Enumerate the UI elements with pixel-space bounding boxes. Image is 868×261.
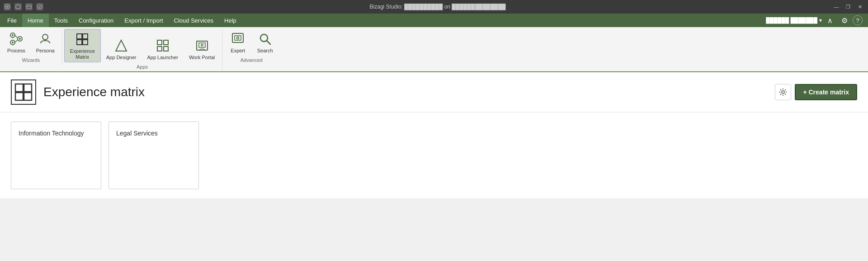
svg-rect-2 xyxy=(27,5,31,9)
svg-point-13 xyxy=(42,34,48,40)
app-designer-label: App Designer xyxy=(106,55,137,61)
page-header: Experience matrix + Create matrix xyxy=(0,72,868,112)
ribbon-btn-app-designer[interactable]: App Designer xyxy=(101,36,142,62)
ribbon: Process Persona Wizards xyxy=(0,27,868,72)
menu-home[interactable]: Home xyxy=(22,14,49,27)
svg-marker-18 xyxy=(116,40,127,51)
help-icon[interactable]: ? xyxy=(853,15,863,25)
svg-point-10 xyxy=(12,42,14,43)
work-portal-icon xyxy=(195,38,209,53)
svg-rect-16 xyxy=(77,40,82,45)
title-bar-title: Bizagi Studio: ██████████ on ███████████… xyxy=(43,4,832,10)
ribbon-group-apps: ExperienceMatrix App Designer xyxy=(62,29,222,71)
icon4 xyxy=(36,3,43,10)
ribbon-group-advanced: Expert Search Advanced xyxy=(222,29,280,65)
menu-tools[interactable]: Tools xyxy=(49,14,73,27)
svg-rect-17 xyxy=(83,40,88,45)
advanced-group-label: Advanced xyxy=(224,56,278,63)
persona-icon xyxy=(38,32,52,46)
app-designer-icon xyxy=(114,38,128,53)
work-portal-label: Work Portal xyxy=(189,55,215,61)
menu-help[interactable]: Help xyxy=(219,14,242,27)
menu-file[interactable]: File xyxy=(2,14,22,27)
ribbon-btn-process[interactable]: Process xyxy=(2,29,31,56)
icon2 xyxy=(14,3,22,10)
expert-label: Expert xyxy=(231,48,245,54)
ribbon-group-wizards-items: Process Persona xyxy=(2,29,60,56)
svg-line-30 xyxy=(267,41,270,44)
svg-point-28 xyxy=(237,37,239,39)
ribbon-btn-expert[interactable]: Expert xyxy=(224,29,251,56)
matrix-settings-button[interactable] xyxy=(775,84,791,100)
wizards-group-label: Wizards xyxy=(2,56,60,63)
settings-icon[interactable]: ⚙ xyxy=(838,14,851,27)
ribbon-btn-persona[interactable]: Persona xyxy=(31,29,60,56)
svg-rect-19 xyxy=(157,40,162,45)
ribbon-btn-work-portal[interactable]: Work Portal xyxy=(184,36,220,62)
svg-rect-22 xyxy=(164,47,168,51)
title-bar-controls[interactable]: — ❐ ✕ xyxy=(832,3,864,10)
svg-line-12 xyxy=(15,40,18,42)
svg-rect-20 xyxy=(164,40,168,45)
menu-configuration[interactable]: Configuration xyxy=(73,14,119,27)
ribbon-btn-app-launcher[interactable]: App Launcher xyxy=(142,36,184,62)
process-icon xyxy=(9,32,24,46)
ribbon-group-wizards: Process Persona Wizards xyxy=(0,29,62,65)
matrix-card-title: Information Technology xyxy=(19,129,84,138)
process-label: Process xyxy=(7,48,25,54)
search-label: Search xyxy=(257,48,273,54)
svg-rect-21 xyxy=(157,47,162,51)
svg-rect-14 xyxy=(77,34,82,39)
user-chevron-icon: ▾ xyxy=(819,17,822,23)
svg-rect-15 xyxy=(83,34,88,39)
restore-button[interactable]: ❐ xyxy=(844,3,853,10)
svg-rect-33 xyxy=(15,93,23,100)
close-button[interactable]: ✕ xyxy=(855,3,864,10)
page-header-right: + Create matrix xyxy=(775,84,857,100)
menu-bar-right: ██████ ███████ ▾ ∧ ⚙ ? xyxy=(766,14,866,27)
svg-rect-34 xyxy=(24,93,32,100)
apps-group-label: Apps xyxy=(64,62,220,70)
ribbon-group-apps-items: ExperienceMatrix App Designer xyxy=(64,29,220,62)
ribbon-btn-experience-matrix[interactable]: ExperienceMatrix xyxy=(64,29,101,62)
persona-label: Persona xyxy=(36,48,55,54)
app-launcher-label: App Launcher xyxy=(147,55,178,61)
experience-matrix-label: ExperienceMatrix xyxy=(70,48,95,60)
page-title: Experience matrix xyxy=(43,85,145,99)
menu-cloud-services[interactable]: Cloud Services xyxy=(169,14,219,27)
minimize-button[interactable]: — xyxy=(832,3,841,10)
svg-rect-27 xyxy=(235,36,241,40)
page-title-icon xyxy=(11,79,36,105)
svg-point-1 xyxy=(6,6,8,8)
collapse-icon[interactable]: ∧ xyxy=(824,14,836,27)
menu-export-import[interactable]: Export / Import xyxy=(119,14,168,27)
matrix-card-information-technology[interactable]: Information Technology xyxy=(11,121,101,189)
svg-point-25 xyxy=(201,44,203,46)
experience-matrix-icon xyxy=(75,32,90,47)
matrix-card-legal-services[interactable]: Legal Services xyxy=(108,121,199,189)
create-matrix-button[interactable]: + Create matrix xyxy=(795,84,857,100)
search-icon xyxy=(258,32,272,46)
title-bar: Bizagi Studio: ██████████ on ███████████… xyxy=(0,0,868,14)
svg-point-8 xyxy=(12,34,14,36)
matrix-area: Information Technology Legal Services xyxy=(0,112,868,198)
user-label[interactable]: ██████ ███████ ▾ xyxy=(766,17,822,23)
svg-line-11 xyxy=(15,35,18,38)
expert-icon xyxy=(231,32,245,46)
app-launcher-icon xyxy=(156,38,170,53)
menu-bar: File Home Tools Configuration Export / I… xyxy=(0,14,868,27)
ribbon-group-advanced-items: Expert Search xyxy=(224,29,278,56)
app-logo-icon xyxy=(4,3,11,10)
svg-point-9 xyxy=(19,38,21,40)
title-bar-left xyxy=(4,3,43,10)
svg-rect-32 xyxy=(24,84,32,92)
icon3 xyxy=(25,3,33,10)
matrix-card-title: Legal Services xyxy=(116,129,158,138)
svg-rect-26 xyxy=(232,33,243,42)
ribbon-btn-search[interactable]: Search xyxy=(251,29,278,56)
svg-rect-24 xyxy=(199,43,205,47)
svg-point-35 xyxy=(782,91,784,93)
page-header-left: Experience matrix xyxy=(11,79,145,105)
svg-rect-31 xyxy=(15,84,23,92)
